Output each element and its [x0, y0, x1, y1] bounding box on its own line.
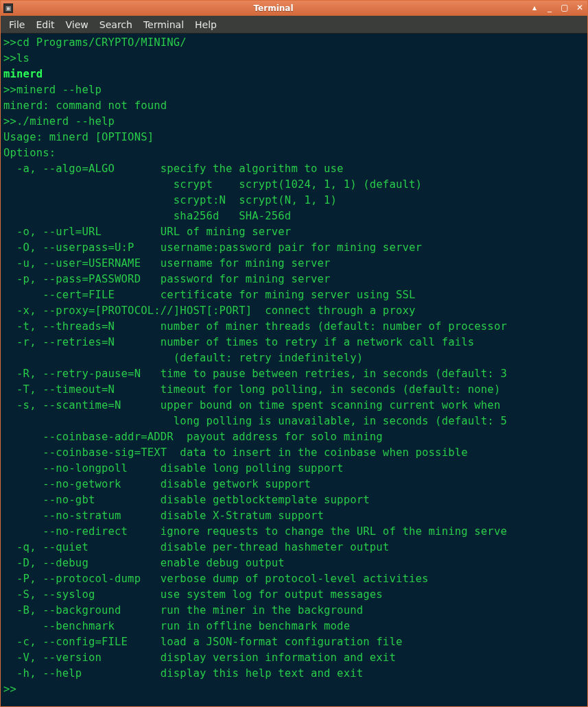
- terminal-line: minerd: command not found: [3, 99, 167, 112]
- terminal-line: >>minerd --help: [3, 84, 102, 96]
- terminal-line: -c, --config=FILE load a JSON-format con…: [3, 636, 402, 648]
- terminal-line: -x, --proxy=[PROTOCOL://]HOST[:PORT] con…: [3, 304, 416, 317]
- terminal-viewport[interactable]: >>cd Programs/CRYPTO/MINING/ >>ls minerd…: [1, 34, 587, 706]
- terminal-line: scrypt scrypt(1024, 1, 1) (default): [3, 178, 422, 191]
- terminal-line: -V, --version display version informatio…: [3, 651, 396, 664]
- terminal-line: scrypt:N scrypt(N, 1, 1): [3, 194, 337, 206]
- app-icon: ▣: [3, 3, 13, 13]
- window-title: Terminal: [17, 3, 530, 13]
- terminal-line: -S, --syslog use system log for output m…: [3, 588, 383, 601]
- menu-terminal[interactable]: Terminal: [139, 18, 188, 32]
- terminal-line: -q, --quiet disable per-thread hashmeter…: [3, 541, 389, 553]
- terminal-line: -h, --help display this help text and ex…: [3, 667, 363, 680]
- menu-help[interactable]: Help: [191, 18, 221, 32]
- terminal-line: long polling is unavailable, in seconds …: [3, 415, 507, 427]
- terminal-line: --no-getwork disable getwork support: [3, 478, 311, 490]
- terminal-line: --coinbase-sig=TEXT data to insert in th…: [3, 446, 468, 459]
- terminal-line: --benchmark run in offline benchmark mod…: [3, 620, 350, 632]
- terminal-line: -R, --retry-pause=N time to pause betwee…: [3, 368, 507, 380]
- minimize-icon[interactable]: _: [545, 3, 554, 13]
- terminal-line: -r, --retries=N number of times to retry…: [3, 336, 474, 348]
- terminal-line: -P, --protocol-dump verbose dump of prot…: [3, 573, 429, 585]
- titlebar[interactable]: ▣ Terminal ▴ _ ▢ ✕: [1, 1, 587, 16]
- ls-output-item: minerd: [3, 68, 43, 80]
- terminal-line: --coinbase-addr=ADDR payout address for …: [3, 431, 383, 443]
- terminal-line: (default: retry indefinitely): [3, 352, 363, 364]
- maximize-icon[interactable]: ▢: [560, 3, 569, 13]
- terminal-window: ▣ Terminal ▴ _ ▢ ✕ File Edit View Search…: [0, 0, 588, 707]
- menu-view[interactable]: View: [62, 18, 93, 32]
- menu-search[interactable]: Search: [95, 18, 137, 32]
- prompt[interactable]: >>: [3, 683, 16, 695]
- terminal-line: --cert=FILE certificate for mining serve…: [3, 289, 416, 301]
- terminal-line: -s, --scantime=N upper bound on time spe…: [3, 399, 500, 411]
- terminal-line: Usage: minerd [OPTIONS]: [3, 131, 154, 143]
- menubar: File Edit View Search Terminal Help: [1, 16, 587, 34]
- terminal-line: >>cd Programs/CRYPTO/MINING/: [3, 36, 187, 49]
- close-icon[interactable]: ✕: [575, 3, 585, 13]
- terminal-line: -o, --url=URL URL of mining server: [3, 226, 291, 238]
- terminal-line: -a, --algo=ALGO specify the algorithm to…: [3, 163, 344, 175]
- window-buttons: ▴ _ ▢ ✕: [530, 3, 585, 13]
- terminal-line: >>ls: [3, 52, 30, 64]
- terminal-line: --no-longpoll disable long polling suppo…: [3, 462, 344, 475]
- rollup-icon[interactable]: ▴: [530, 3, 539, 13]
- terminal-line: -B, --background run the miner in the ba…: [3, 604, 363, 616]
- terminal-line: -t, --threads=N number of miner threads …: [3, 320, 507, 333]
- terminal-line: -D, --debug enable debug output: [3, 557, 285, 569]
- terminal-line: sha256d SHA-256d: [3, 210, 291, 222]
- terminal-line: --no-redirect ignore requests to change …: [3, 525, 507, 538]
- terminal-line: -u, --user=USERNAME username for mining …: [3, 257, 331, 269]
- terminal-line: --no-stratum disable X-Stratum support: [3, 510, 324, 522]
- terminal-line: -O, --userpass=U:P username:password pai…: [3, 241, 422, 254]
- terminal-line: Options:: [3, 147, 56, 159]
- terminal-line: >>./minerd --help: [3, 115, 115, 128]
- terminal-line: --no-gbt disable getblocktemplate suppor…: [3, 494, 370, 506]
- terminal-line: -p, --pass=PASSWORD password for mining …: [3, 273, 331, 285]
- menu-edit[interactable]: Edit: [32, 18, 58, 32]
- terminal-line: -T, --timeout=N timeout for long polling…: [3, 383, 500, 396]
- menu-file[interactable]: File: [5, 18, 29, 32]
